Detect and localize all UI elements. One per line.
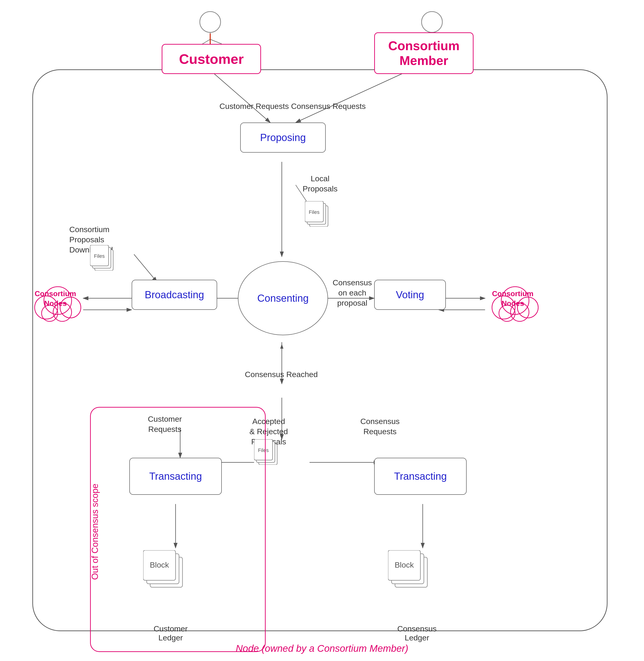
svg-point-2 <box>200 12 221 32</box>
out-of-consensus-box <box>90 407 266 652</box>
proposing-label: Proposing <box>260 132 306 144</box>
svg-text:Block: Block <box>394 560 414 569</box>
node-label: Node (owned by a Consortium Member) <box>236 643 408 654</box>
broadcasting-label: Broadcasting <box>145 289 204 301</box>
broadcasting-box: Broadcasting <box>132 280 217 310</box>
svg-text:Files: Files <box>94 253 105 259</box>
consensus-on-each-label: Consensuson eachproposal <box>332 278 372 308</box>
diagram-container: Customer ConsortiumMember Proposing Cons… <box>0 0 644 661</box>
consensus-reached-label: Consensus Reached <box>245 370 318 379</box>
consensus-requests-label: Consensus Requests <box>291 102 366 111</box>
transacting-right-box: Transacting <box>374 458 467 495</box>
voting-box: Voting <box>374 280 446 310</box>
svg-point-9 <box>421 12 442 32</box>
transacting-right-label: Transacting <box>394 470 447 482</box>
consensus-ledger-label: ConsensusLedger <box>397 624 437 642</box>
customer-requests-label: Customer Requests <box>220 102 289 111</box>
customer-box: Customer <box>162 44 261 74</box>
svg-text:Files: Files <box>309 209 319 215</box>
out-of-consensus-label: Out of Consensus scope <box>90 439 100 624</box>
consortium-member-label: ConsortiumMember <box>388 38 460 68</box>
local-proposals-label: LocalProposals <box>303 173 338 194</box>
proposing-box: Proposing <box>240 123 326 153</box>
consortium-nodes-right-cloud: ConsortiumNodes <box>485 275 543 326</box>
svg-line-5 <box>210 39 222 44</box>
voting-label: Voting <box>396 289 424 301</box>
consortium-proposals-files: Files <box>90 245 118 271</box>
consenting-ellipse: Consenting <box>238 261 328 335</box>
consortium-nodes-left-cloud: ConsortiumNodes <box>28 275 86 326</box>
consenting-label: Consenting <box>257 292 309 304</box>
consortium-member-box: ConsortiumMember <box>374 32 474 74</box>
local-proposals-files: Files <box>305 201 332 227</box>
block-right: Block <box>388 550 434 593</box>
customer-label: Customer <box>179 51 244 67</box>
consensus-requests2-label: ConsensusRequests <box>360 416 399 437</box>
